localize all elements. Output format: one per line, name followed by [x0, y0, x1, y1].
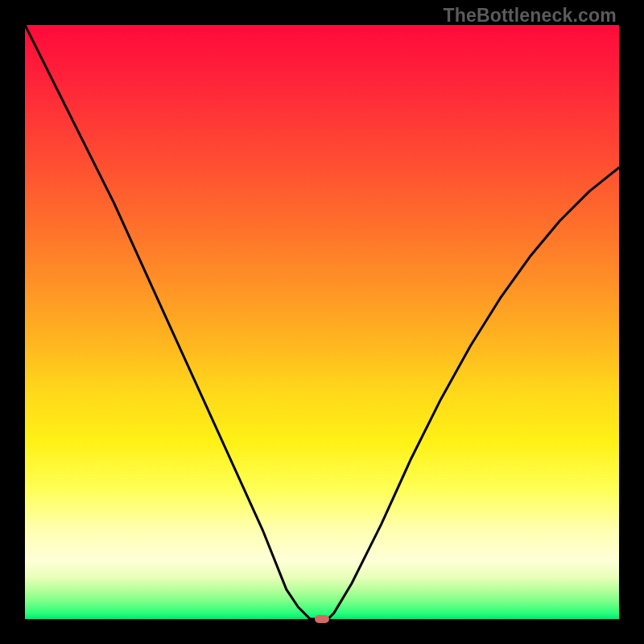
chart-stage: TheBottleneck.com	[0, 0, 644, 644]
gradient-plot-area	[25, 25, 619, 619]
watermark-text: TheBottleneck.com	[443, 5, 617, 27]
minimum-marker	[315, 615, 329, 623]
